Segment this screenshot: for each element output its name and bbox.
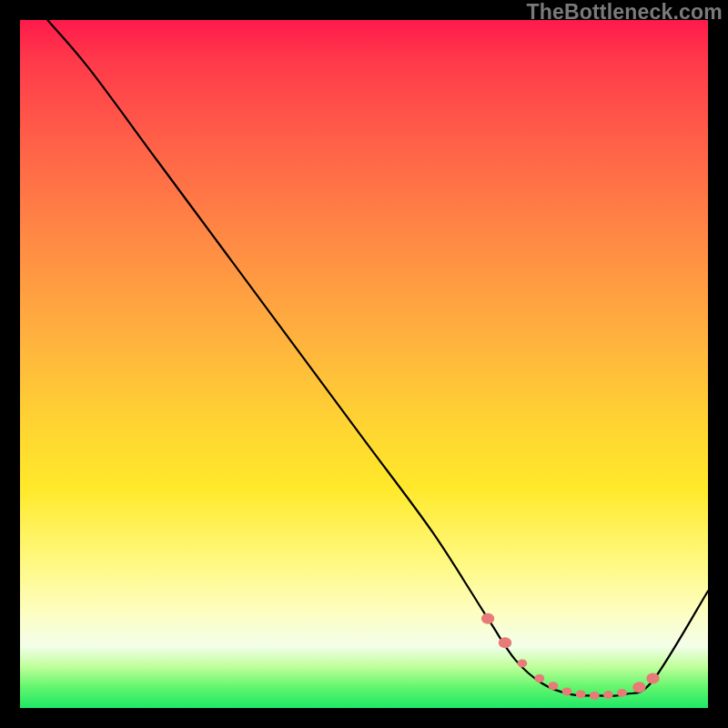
- marker-dot: [646, 673, 659, 684]
- chart-frame: [17, 17, 711, 711]
- bottleneck-curve: [47, 20, 708, 696]
- chart-plot-area: [20, 20, 708, 708]
- marker-dot: [499, 637, 511, 648]
- watermark-text: TheBottleneck.com: [526, 0, 723, 25]
- marker-dot: [562, 687, 572, 695]
- marker-dot: [603, 691, 613, 699]
- marker-dot: [534, 674, 544, 682]
- chart-svg: [20, 20, 708, 708]
- marker-dot: [518, 659, 528, 667]
- marker-dot: [549, 682, 559, 690]
- marker-dot: [632, 682, 645, 693]
- marker-dot: [576, 690, 586, 698]
- curve-markers: [481, 613, 660, 700]
- marker-dot: [617, 689, 627, 697]
- marker-dot: [481, 613, 494, 624]
- marker-dot: [590, 692, 600, 700]
